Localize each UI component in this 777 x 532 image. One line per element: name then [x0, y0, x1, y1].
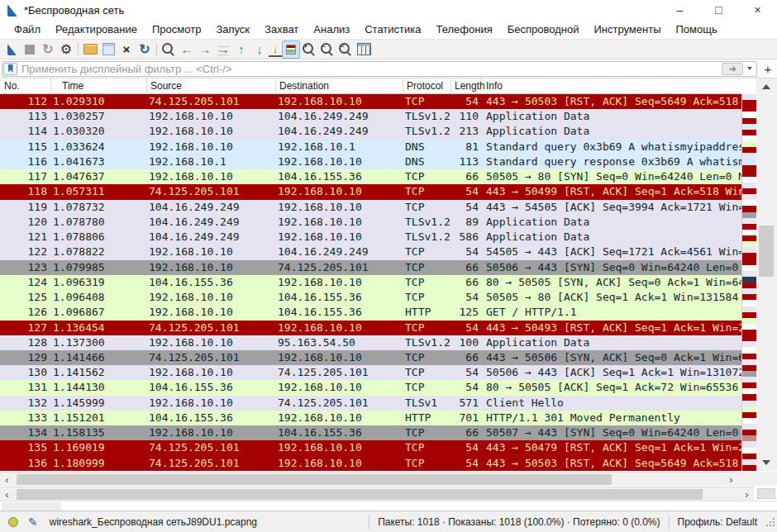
hscrollbar-thumb[interactable]	[17, 474, 612, 485]
restart-capture-icon[interactable]: ↻	[39, 40, 57, 59]
packet-row[interactable]: 1181.05731174.125.205.101192.168.10.10TC…	[0, 184, 741, 199]
column-header-no[interactable]: No.	[0, 78, 51, 94]
column-header-protocol[interactable]: Protocol	[403, 78, 451, 94]
go-to-bottom-icon[interactable]: ↓	[250, 40, 269, 59]
start-capture-icon[interactable]	[2, 40, 21, 59]
column-header-info[interactable]: Info	[481, 78, 741, 94]
display-filter-input[interactable]	[20, 62, 722, 75]
packet-minimap[interactable]	[741, 94, 756, 471]
column-header-source[interactable]: Source	[147, 78, 276, 94]
packet-cell-proto: DNS	[403, 140, 451, 154]
main-toolbar: ↻⚙×↻←→→↑↓↓+−=	[0, 40, 777, 59]
capture-comment-icon[interactable]: ✎	[28, 515, 38, 529]
open-file-icon[interactable]	[81, 40, 99, 59]
packet-cell-src: 74.125.205.101	[147, 350, 276, 365]
packet-row[interactable]: 1191.078732104.16.249.249192.168.10.10TC…	[0, 200, 741, 215]
vertical-scrollbar[interactable]	[756, 78, 777, 471]
scroll-right-icon[interactable]: ›	[724, 473, 738, 487]
menu-statistics[interactable]: Статистика	[357, 21, 428, 38]
scroll-up-icon[interactable]	[762, 84, 770, 89]
menu-edit[interactable]: Редактирование	[48, 21, 145, 38]
packet-cell-proto: TLSv1.2	[403, 230, 451, 245]
close-button[interactable]: ×	[738, 0, 777, 20]
menu-telephony[interactable]: Телефония	[428, 21, 499, 38]
scroll-left-icon[interactable]: ‹	[0, 473, 14, 487]
go-to-packet-icon[interactable]: →	[214, 40, 232, 59]
scroll-right-icon[interactable]: ›	[740, 487, 754, 501]
menu-go[interactable]: Запуск	[208, 21, 257, 38]
packet-row[interactable]: 1251.096408192.168.10.10104.16.155.36TCP…	[0, 290, 741, 305]
colorize-packets-icon[interactable]	[282, 40, 300, 59]
packet-row[interactable]: 1301.141562192.168.10.1074.125.205.101TC…	[0, 365, 741, 380]
save-file-icon[interactable]	[99, 40, 117, 59]
packet-row[interactable]: 1331.151201104.16.155.36192.168.10.10HTT…	[0, 411, 741, 425]
autoscroll-icon[interactable]: ↓	[269, 44, 282, 57]
column-header-destination[interactable]: Destination	[276, 78, 403, 94]
packet-row[interactable]: 1311.144130104.16.155.36192.168.10.10TCP…	[0, 380, 741, 395]
packet-row[interactable]: 1211.078806104.16.249.249192.168.10.10TL…	[0, 230, 741, 245]
apply-filter-icon[interactable]: ➜	[722, 63, 743, 75]
go-to-top-icon[interactable]: ↑	[232, 40, 250, 59]
packet-row[interactable]: 1261.096867192.168.10.10104.16.155.36HTT…	[0, 305, 741, 320]
secondary-hscrollbar[interactable]: ‹ ›	[0, 487, 754, 501]
packet-row[interactable]: 1291.14146674.125.205.101192.168.10.10TC…	[0, 350, 741, 365]
packet-row[interactable]: 1131.030257192.168.10.10104.16.249.249TL…	[0, 109, 741, 124]
zoom-reset-icon[interactable]: =	[336, 40, 355, 59]
packet-row[interactable]: 1201.078780104.16.249.249192.168.10.10TL…	[0, 215, 741, 230]
packet-row[interactable]: 1341.158135192.168.10.10104.16.155.36TCP…	[0, 425, 741, 440]
packet-row[interactable]: 1271.13645474.125.205.101192.168.10.10TC…	[0, 321, 741, 335]
vertical-scrollbar-thumb[interactable]	[759, 226, 774, 277]
hscrollbar-thumb[interactable]	[17, 489, 703, 500]
packet-cell-proto: TCP	[403, 365, 451, 380]
zoom-in-icon[interactable]: +	[300, 40, 318, 59]
capture-options-icon[interactable]: ⚙	[57, 40, 75, 59]
minimize-button[interactable]: –	[660, 0, 699, 20]
menu-wireless[interactable]: Беспроводной	[500, 21, 587, 38]
packet-row[interactable]: 1351.16901974.125.205.101192.168.10.10TC…	[0, 440, 741, 455]
expert-info-icon[interactable]	[8, 517, 18, 527]
menu-view[interactable]: Просмотр	[145, 21, 208, 38]
add-filter-button[interactable]: +	[760, 61, 775, 76]
status-bar: ✎ wireshark_Беспроводная сетьJ89DU1.pcap…	[0, 511, 777, 532]
close-file-icon[interactable]: ×	[117, 40, 136, 59]
go-back-icon[interactable]: ←	[178, 40, 196, 59]
scroll-down-icon[interactable]	[762, 460, 770, 465]
packet-row[interactable]: 1121.02931074.125.205.101192.168.10.10TC…	[0, 94, 741, 109]
profile-label[interactable]: Профиль: Default	[669, 515, 766, 530]
menu-help[interactable]: Помощь	[669, 21, 725, 38]
packet-row[interactable]: 1221.078822192.168.10.10104.16.249.249TC…	[0, 245, 741, 259]
packet-row[interactable]: 1161.041673192.168.10.1192.168.10.10DNS1…	[0, 154, 741, 169]
menu-tools[interactable]: Инструменты	[586, 21, 668, 38]
packet-cell-time: 1.030257	[51, 109, 147, 124]
packet-row[interactable]: 1321.145999192.168.10.1074.125.205.101TL…	[0, 396, 741, 411]
packet-list-hscrollbar[interactable]: ‹ ›	[0, 472, 738, 486]
packet-row[interactable]: 1241.096319104.16.155.36192.168.10.10TCP…	[0, 275, 741, 290]
column-header-time[interactable]: Time	[51, 78, 147, 94]
packet-row[interactable]: 1361.18099974.125.205.101192.168.10.10TC…	[0, 456, 741, 471]
find-packet-icon[interactable]	[160, 40, 178, 59]
packet-cell-dst: 104.16.155.36	[276, 425, 403, 440]
packet-row[interactable]: 1141.030320192.168.10.10104.16.249.249TL…	[0, 124, 741, 139]
packet-row[interactable]: 1281.137300192.168.10.1095.163.54.50TLSv…	[0, 335, 741, 350]
resize-grip[interactable]	[765, 517, 775, 527]
reload-file-icon[interactable]: ↻	[136, 40, 154, 59]
filter-dropdown-icon[interactable]	[745, 63, 755, 75]
packet-row[interactable]: 1151.033624192.168.10.10192.168.10.1DNS8…	[0, 140, 741, 154]
packet-cell-proto: HTTP	[403, 305, 451, 320]
scroll-left-icon[interactable]: ‹	[0, 487, 14, 501]
menu-file[interactable]: Файл	[7, 21, 48, 38]
menu-analyze[interactable]: Анализ	[306, 21, 357, 38]
filter-bookmark-icon[interactable]	[3, 63, 17, 75]
packet-cell-src: 74.125.205.101	[147, 184, 276, 199]
pane-splitter-grip[interactable]	[757, 488, 775, 499]
packet-row[interactable]: 1231.079985192.168.10.1074.125.205.101TC…	[0, 260, 741, 275]
menu-capture[interactable]: Захват	[257, 21, 306, 38]
column-header-length[interactable]: Length	[451, 78, 481, 94]
packet-cell-no: 119	[0, 200, 51, 215]
zoom-out-icon[interactable]: −	[318, 40, 336, 59]
go-forward-icon[interactable]: →	[196, 40, 214, 59]
stop-capture-icon[interactable]	[21, 40, 39, 59]
resize-columns-icon[interactable]	[355, 40, 373, 59]
packet-row[interactable]: 1171.047637192.168.10.10104.16.155.36TCP…	[0, 169, 741, 184]
maximize-button[interactable]: □	[699, 0, 738, 20]
